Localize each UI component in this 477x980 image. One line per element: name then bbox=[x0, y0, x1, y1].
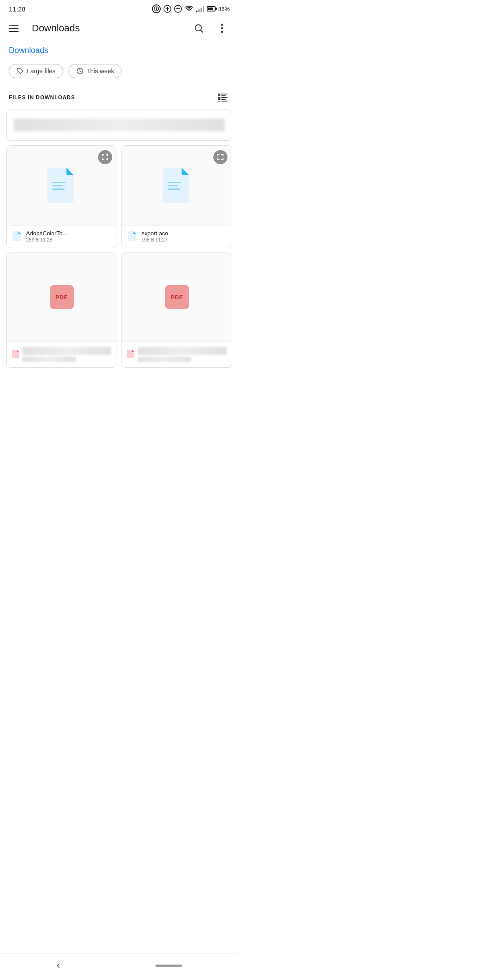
files-section-title: FILES IN DOWNLOADS bbox=[9, 94, 75, 101]
circle-status-icon bbox=[152, 4, 161, 13]
pdf-1-icon-row bbox=[12, 345, 111, 362]
svg-rect-14 bbox=[221, 94, 227, 94]
pdf-2-blurred-name bbox=[138, 347, 227, 355]
pdf-preview-1: PDF bbox=[7, 253, 117, 341]
pdf-file-icon-2 bbox=[127, 350, 134, 358]
svg-rect-16 bbox=[218, 97, 220, 100]
filter-chips: Large files This week bbox=[0, 60, 238, 86]
view-toggle-button[interactable] bbox=[216, 90, 230, 105]
expand-button[interactable] bbox=[98, 150, 112, 164]
svg-line-7 bbox=[201, 30, 203, 33]
breadcrumb: Downloads bbox=[0, 41, 238, 60]
svg-rect-24 bbox=[167, 182, 181, 183]
svg-rect-20 bbox=[221, 101, 227, 102]
pdf-1-blurred-name bbox=[23, 347, 111, 355]
search-button[interactable] bbox=[191, 20, 207, 36]
export-file-text: export.aco 198 B 11:27 bbox=[141, 230, 227, 242]
more-options-button[interactable] bbox=[214, 20, 230, 36]
signal-icon bbox=[196, 5, 204, 12]
svg-rect-21 bbox=[52, 182, 65, 183]
pdf-file-icon-1 bbox=[12, 350, 19, 358]
breadcrumb-link[interactable]: Downloads bbox=[9, 46, 48, 55]
svg-point-9 bbox=[221, 27, 223, 30]
file-card-pdf-2[interactable]: PDF bbox=[121, 253, 232, 368]
battery-icon bbox=[207, 6, 216, 11]
svg-point-11 bbox=[19, 70, 20, 71]
export-meta: 198 B 11:27 bbox=[141, 237, 227, 242]
blurred-file-content bbox=[14, 119, 225, 131]
chip-large-files-label: Large files bbox=[27, 68, 56, 75]
status-icons: 86% bbox=[152, 4, 230, 13]
svg-point-10 bbox=[221, 31, 223, 33]
document-icon-large-2 bbox=[162, 168, 193, 203]
file-card-export[interactable]: export.aco 198 B 11:27 bbox=[121, 145, 232, 248]
export-preview bbox=[122, 146, 232, 225]
svg-rect-26 bbox=[167, 188, 180, 190]
status-bar: 11:28 bbox=[0, 0, 238, 16]
battery-percentage: 86% bbox=[218, 6, 230, 12]
export-filename: export.aco bbox=[141, 230, 227, 237]
file-grid: AdobeColorTo... 256 B 11:28 bbox=[0, 109, 238, 377]
svg-rect-23 bbox=[52, 188, 64, 190]
pdf-2-info bbox=[122, 341, 232, 367]
pdf-1-info bbox=[7, 341, 117, 367]
export-card-info: export.aco 198 B 11:27 bbox=[122, 225, 232, 248]
header-actions bbox=[191, 20, 230, 36]
tag-icon bbox=[16, 67, 24, 75]
history-icon bbox=[76, 67, 84, 75]
header-title: Downloads bbox=[32, 23, 191, 34]
dnd-icon bbox=[174, 5, 182, 13]
pdf-badge-2: PDF bbox=[165, 285, 189, 309]
pdf-1-blurred-meta bbox=[23, 357, 76, 362]
document-icon-large bbox=[46, 168, 77, 203]
wifi-icon bbox=[185, 5, 193, 12]
pdf-2-blurred-meta bbox=[138, 357, 191, 362]
file-icon-small bbox=[12, 231, 22, 241]
pdf-badge-1: PDF bbox=[50, 285, 74, 309]
svg-rect-15 bbox=[221, 95, 226, 96]
svg-rect-19 bbox=[218, 101, 220, 102]
file-card-pdf-1[interactable]: PDF bbox=[6, 253, 117, 368]
adobe-preview bbox=[7, 146, 117, 225]
adobe-file-text: AdobeColorTo... 256 B 11:28 bbox=[26, 230, 111, 242]
file-card-adobe[interactable]: AdobeColorTo... 256 B 11:28 bbox=[6, 145, 117, 248]
menu-button[interactable] bbox=[9, 20, 25, 36]
pdf-2-icon-row bbox=[127, 345, 227, 362]
pdf-preview-2: PDF bbox=[122, 253, 232, 341]
adobe-meta: 256 B 11:28 bbox=[26, 237, 111, 242]
expand-button-2[interactable] bbox=[213, 150, 227, 164]
svg-rect-17 bbox=[221, 97, 227, 98]
svg-point-8 bbox=[221, 24, 223, 26]
chip-large-files[interactable]: Large files bbox=[9, 64, 63, 78]
status-time: 11:28 bbox=[9, 5, 26, 13]
app-header: Downloads bbox=[0, 16, 238, 41]
file-card-blurred[interactable] bbox=[6, 109, 232, 141]
svg-rect-25 bbox=[167, 185, 178, 187]
add-circle-icon bbox=[163, 5, 171, 13]
adobe-filename: AdobeColorTo... bbox=[26, 230, 111, 237]
svg-rect-22 bbox=[52, 185, 63, 187]
files-section-header: FILES IN DOWNLOADS bbox=[0, 86, 238, 109]
svg-rect-18 bbox=[221, 99, 226, 100]
chip-this-week[interactable]: This week bbox=[68, 64, 122, 78]
svg-rect-13 bbox=[218, 94, 220, 96]
chip-this-week-label: This week bbox=[87, 68, 114, 75]
file-icon-small-2 bbox=[127, 231, 137, 241]
adobe-card-info: AdobeColorTo... 256 B 11:28 bbox=[7, 225, 117, 248]
